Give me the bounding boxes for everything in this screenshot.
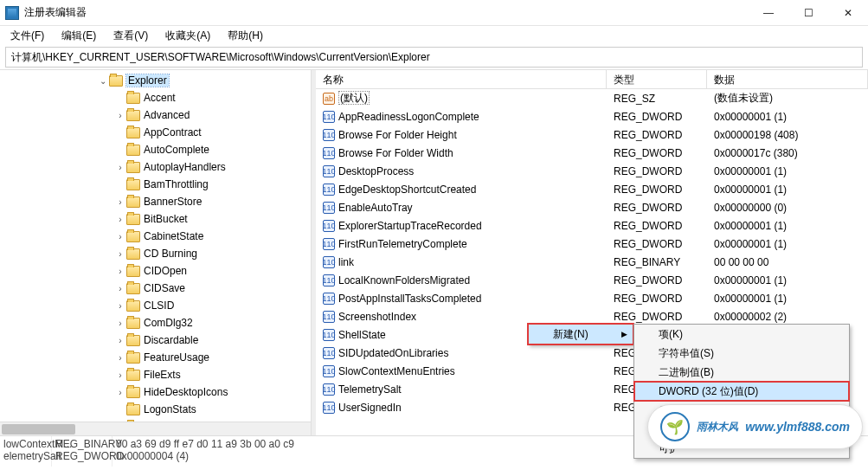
context-item[interactable]: QW [634,401,849,420]
tree-item[interactable]: ›AutoComplete [0,141,311,158]
value-row[interactable]: 110LocalKnownFoldersMigratedREG_DWORD0x0… [316,271,868,289]
tree-item[interactable]: ›CD Burning [0,245,311,262]
value-row[interactable]: 110EnableAutoTrayREG_DWORD0x00000000 (0) [316,198,868,216]
folder-icon [109,75,123,87]
menubar: 文件(F) 编辑(E) 查看(V) 收藏夹(A) 帮助(H) [0,26,868,45]
context-item-new[interactable]: 新建(N)▶ [529,325,633,344]
folder-icon [126,335,140,346]
tree-view[interactable]: ⌄Explorer›Accent›Advanced›AppContract›Au… [0,70,312,435]
tree-item[interactable]: ›Discardable [0,332,311,349]
value-row[interactable]: 110Browse For Folder WidthREG_DWORD0x000… [316,144,868,162]
binary-icon: 110 [323,311,335,323]
menu-favorites[interactable]: 收藏夹(A) [158,27,217,45]
tree-item[interactable]: ›LogonStats [0,401,311,418]
tree-item[interactable]: ›CabinetState [0,228,311,245]
folder-icon [126,248,140,260]
context-item[interactable]: 可扩 [634,439,849,458]
value-row[interactable]: 110ExplorerStartupTraceRecordedREG_DWORD… [316,216,868,235]
tree-item[interactable]: ›BannerStore [0,193,311,210]
folder-icon [126,162,140,173]
binary-icon: 110 [323,183,335,196]
value-row[interactable]: 110PostAppInstallTasksCompletedREG_DWORD… [316,289,868,307]
binary-icon: 110 [323,111,335,123]
menu-view[interactable]: 查看(V) [106,27,155,45]
value-row[interactable]: 110ScreenshotIndexREG_DWORD0x00000002 (2… [316,307,868,325]
binary-icon: 110 [323,402,335,414]
binary-icon: 110 [323,293,335,305]
folder-icon [126,266,140,277]
folder-icon [126,370,140,381]
tree-item[interactable]: ›Advanced [0,106,311,124]
folder-icon [126,404,140,415]
binary-icon: 110 [323,129,335,141]
tree-item[interactable]: ›Accent [0,89,311,106]
folder-icon [126,110,140,121]
tree-item[interactable]: ›AutoplayHandlers [0,158,311,176]
tree-scrollbar-horizontal[interactable] [0,422,311,435]
folder-icon [126,145,140,156]
column-data[interactable]: 数据 [707,70,868,88]
value-row[interactable]: 110linkREG_BINARY00 00 00 00 [316,253,868,271]
value-row[interactable]: 110AppReadinessLogonCompleteREG_DWORD0x0… [316,107,868,126]
tree-item[interactable]: ›CIDSave [0,280,311,297]
value-row[interactable]: 110DesktopProcessREG_DWORD0x00000001 (1) [316,162,868,180]
tree-item[interactable]: ›BamThrottling [0,176,311,193]
binary-icon: 110 [323,147,335,159]
value-row[interactable]: 110Browse For Folder HeightREG_DWORD0x00… [316,126,868,144]
folder-icon [126,352,140,364]
binary-icon: 110 [323,202,335,214]
binary-icon: 110 [323,165,335,177]
menu-help[interactable]: 帮助(H) [221,27,270,45]
value-row[interactable]: 110FirstRunTelemetryCompleteREG_DWORD0x0… [316,235,868,253]
binary-icon: 110 [323,383,335,396]
binary-icon: 110 [323,256,335,268]
maximize-button[interactable]: ☐ [788,0,828,26]
folder-icon [126,93,140,104]
folder-icon [126,283,140,294]
address-bar[interactable] [5,47,863,68]
context-item[interactable]: 字符串值(S) [634,344,849,363]
menu-edit[interactable]: 编辑(E) [55,27,103,45]
context-item[interactable]: 二进制值(B) [634,363,849,382]
binary-icon: 110 [323,347,335,359]
binary-icon: 110 [323,329,335,341]
value-row[interactable]: ab(默认)REG_SZ(数值未设置) [316,89,868,107]
column-name[interactable]: 名称 [316,70,607,88]
close-button[interactable]: ✕ [828,0,868,26]
tree-item[interactable]: ›FileExts [0,366,311,383]
titlebar: 注册表编辑器 — ☐ ✕ [0,0,868,26]
folder-icon [126,214,140,225]
tree-item[interactable]: ›HideDesktopIcons [0,383,311,401]
folder-icon [126,387,140,398]
binary-icon: 110 [323,238,335,250]
tree-item[interactable]: ›FeatureUsage [0,349,311,366]
app-icon [5,6,19,20]
value-row[interactable]: 110EdgeDesktopShortcutCreatedREG_DWORD0x… [316,180,868,198]
folder-icon [126,300,140,312]
context-submenu[interactable]: 项(K)字符串值(S)二进制值(B)DWORD (32 位)值(D)QW多字可扩 [633,324,850,459]
tree-item[interactable]: ›AppContract [0,124,311,141]
address-input[interactable] [11,51,857,63]
folder-icon [126,231,140,242]
tree-item[interactable]: ›CIDOpen [0,262,311,280]
string-icon: ab [323,93,335,105]
folder-icon [126,196,140,208]
context-item[interactable]: DWORD (32 位)值(D) [634,382,849,401]
context-item[interactable]: 项(K) [634,325,849,344]
minimize-button[interactable]: — [749,0,788,26]
column-headers[interactable]: 名称 类型 数据 [316,70,868,89]
tree-item[interactable]: ›CLSID [0,297,311,314]
binary-icon: 110 [323,220,335,232]
tree-item[interactable]: ›ComDlg32 [0,314,311,332]
context-menu-new[interactable]: 新建(N)▶ [528,324,633,344]
folder-icon [126,127,140,138]
window-title: 注册表编辑器 [24,5,749,20]
folder-icon [126,318,140,329]
context-item[interactable]: 多字 [634,420,849,439]
column-type[interactable]: 类型 [607,70,707,88]
menu-file[interactable]: 文件(F) [3,27,51,45]
tree-item[interactable]: ›BitBucket [0,210,311,228]
binary-icon: 110 [323,274,335,287]
binary-icon: 110 [323,365,335,377]
tree-item-explorer[interactable]: Explorer [126,74,169,87]
